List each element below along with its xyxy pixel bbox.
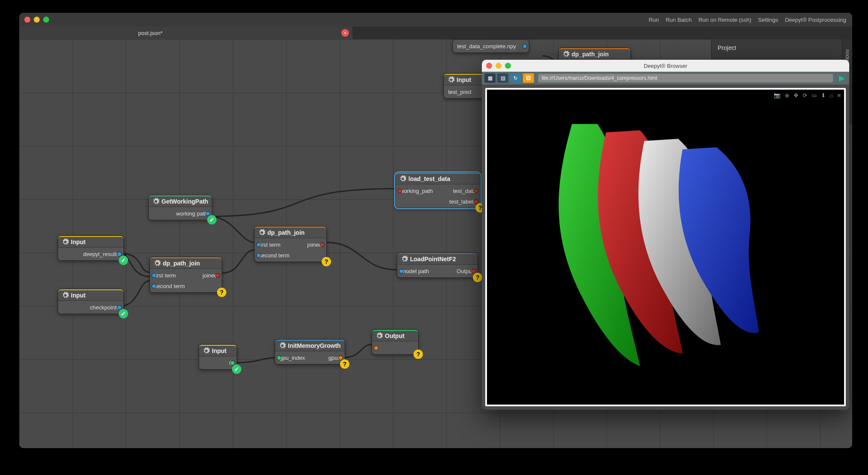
port-in[interactable] <box>152 284 156 288</box>
node-title: Input <box>71 239 85 245</box>
node-port-label: test_data <box>453 188 476 194</box>
port-out[interactable] <box>320 242 325 247</box>
port-in[interactable] <box>277 356 282 360</box>
node-port-label: test_labels <box>449 198 476 205</box>
node-dp-path-join-2[interactable]: dp_path_join first termjoined second ter… <box>254 226 327 262</box>
node-output[interactable]: Output ? <box>372 329 419 355</box>
box-select-icon[interactable]: ▭ <box>812 92 817 99</box>
minimize-window-icon[interactable] <box>496 63 501 69</box>
menubar: Run Run Batch Run on Remote (ssh) Settin… <box>649 13 846 26</box>
menu-postprocessing[interactable]: Deepyt® Postprocessing <box>785 17 846 23</box>
node-input-gpu[interactable]: Input 0 ✓ <box>199 344 237 370</box>
node-port-label: first term <box>154 272 176 279</box>
zoom-window-icon[interactable] <box>43 17 49 23</box>
gear-icon[interactable] <box>562 50 570 58</box>
zoom-icon[interactable]: ⊕ <box>785 92 789 99</box>
gear-icon[interactable] <box>62 291 69 299</box>
viz-surfaces <box>487 90 844 405</box>
node-title: Input <box>71 292 85 299</box>
node-input-checkpoints[interactable]: Input checkpoints ✓ <box>58 289 124 314</box>
port-out[interactable] <box>230 361 235 365</box>
menu-run-batch[interactable]: Run Batch <box>666 17 692 23</box>
minimize-window-icon[interactable] <box>34 17 40 23</box>
play-icon[interactable]: ▶ <box>837 73 847 83</box>
download-icon[interactable]: ⬇ <box>821 92 826 99</box>
gear-icon[interactable] <box>62 238 69 246</box>
file-tab[interactable]: post.json* × <box>19 26 352 39</box>
node-title: Input <box>457 76 471 83</box>
address-bar[interactable]: file:///Users/marco/Downloads/4_compress… <box>538 74 833 82</box>
toolbar-refresh-icon[interactable]: ↻ <box>510 73 521 83</box>
node-port-label: model path <box>402 268 429 274</box>
toolbar-file-icon[interactable]: ▤ <box>497 73 508 83</box>
main-titlebar: Run Run Batch Run on Remote (ssh) Settin… <box>19 13 852 26</box>
node-port-label: test_data_complete.npy <box>457 43 516 50</box>
port-out[interactable] <box>205 211 210 216</box>
gear-icon[interactable] <box>375 332 383 340</box>
port-out[interactable] <box>474 199 478 204</box>
gear-icon[interactable] <box>202 347 210 355</box>
viz-toolbar: 📷 ⊕ ✥ ⟳ ▭ ⬇ ⌂ ≡ <box>774 92 841 99</box>
gear-icon[interactable] <box>279 342 286 350</box>
port-out[interactable] <box>215 273 220 278</box>
status-warn-icon: ? <box>217 288 226 297</box>
node-title: InitMemoryGrowth <box>288 342 341 349</box>
toolbar-image-icon[interactable]: 🖼 <box>523 73 534 83</box>
file-tab-title: post.json* <box>138 30 162 36</box>
close-tab-icon[interactable]: × <box>341 29 349 37</box>
node-init-memory-growth[interactable]: InitMemoryGrowth gpu_indexgpus ? <box>275 339 345 364</box>
port-in[interactable] <box>256 242 261 247</box>
node-title: load_test_data <box>408 175 450 182</box>
gear-icon[interactable] <box>399 175 407 183</box>
status-ok-icon: ✓ <box>207 215 217 224</box>
node-title: GetWorkingPath <box>161 198 208 205</box>
node-load-test-data[interactable]: load_test_data working_pathtest_data tes… <box>395 172 481 208</box>
pan-icon[interactable]: ✥ <box>794 92 798 99</box>
gear-icon[interactable] <box>401 255 408 263</box>
port-out[interactable] <box>471 269 476 274</box>
port-out[interactable] <box>522 44 527 49</box>
port-out[interactable] <box>338 356 343 360</box>
menu-run-remote[interactable]: Run on Remote (ssh) <box>698 17 751 23</box>
port-in[interactable] <box>374 346 378 350</box>
node-load-pointnet[interactable]: LoadPointNetF2 model pathOutput ? <box>397 253 478 278</box>
node-title: dp_path_join <box>163 260 200 267</box>
tab-bar: post.json* × <box>19 26 852 39</box>
node-get-working-path[interactable]: GetWorkingPath working path ✓ <box>148 195 212 220</box>
gear-icon[interactable] <box>152 198 160 205</box>
port-out[interactable] <box>474 189 478 193</box>
port-in[interactable] <box>399 269 404 274</box>
close-window-icon[interactable] <box>486 63 492 69</box>
toolbar-page-icon[interactable]: ▦ <box>484 73 496 83</box>
node-dp-path-join-1[interactable]: dp_path_join first termjoined second ter… <box>150 257 222 293</box>
node-partial[interactable]: test_data_complete.npy <box>452 39 529 53</box>
node-title: dp_path_join <box>572 51 609 58</box>
port-in[interactable] <box>397 189 402 193</box>
port-out[interactable] <box>117 252 122 256</box>
port-out[interactable] <box>117 305 122 310</box>
home-icon[interactable]: ⌂ <box>830 92 833 99</box>
gear-icon[interactable] <box>153 259 161 267</box>
viz-viewport[interactable]: 📷 ⊕ ✥ ⟳ ▭ ⬇ ⌂ ≡ <box>485 88 846 406</box>
gear-icon[interactable] <box>447 76 455 84</box>
status-ok-icon: ✓ <box>232 364 241 374</box>
node-port-label: working path <box>176 210 208 217</box>
node-title: dp_path_join <box>267 229 305 236</box>
node-title: Input <box>212 347 226 354</box>
side-panel-title: Project <box>712 39 852 56</box>
zoom-window-icon[interactable] <box>505 63 511 69</box>
address-text: file:///Users/marco/Downloads/4_compress… <box>542 75 657 81</box>
rotate-icon[interactable]: ⟳ <box>803 92 807 99</box>
close-window-icon[interactable] <box>24 17 30 23</box>
menu-settings[interactable]: Settings <box>758 17 778 23</box>
menu-icon[interactable]: ≡ <box>837 92 841 99</box>
gear-icon[interactable] <box>258 229 266 236</box>
status-warn-icon: ? <box>413 350 423 359</box>
port-in[interactable] <box>256 253 261 258</box>
camera-icon[interactable]: 📷 <box>774 92 780 99</box>
port-in[interactable] <box>152 273 156 278</box>
node-port-label: checkpoints <box>90 304 119 311</box>
menu-run[interactable]: Run <box>649 17 659 23</box>
browser-title: Deepyt® Browser <box>644 63 687 69</box>
node-input-results[interactable]: Input deepyt_results ✓ <box>58 236 124 261</box>
